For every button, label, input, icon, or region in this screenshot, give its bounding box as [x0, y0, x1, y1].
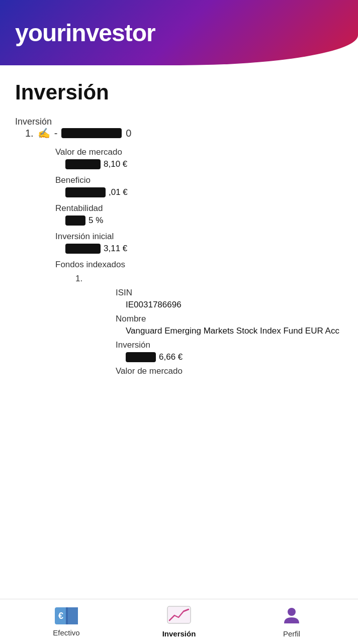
inversion-nav-icon: [166, 605, 192, 626]
nombre-label: Nombre: [116, 314, 343, 324]
valor-mercado-row: Valor de mercado 8,10 €: [55, 147, 343, 169]
fondos-section: Fondos indexados 1. ISIN IE0031786696 No…: [55, 260, 343, 376]
redacted-id: [61, 128, 122, 138]
fondo-inversion-label: Inversión: [116, 340, 343, 350]
nombre-value: Vanguard Emerging Markets Stock Index Fu…: [126, 326, 343, 336]
svg-rect-2: [66, 607, 68, 624]
fondos-list: 1. ISIN IE0031786696 Nombre Vanguard Eme…: [75, 274, 343, 376]
efectivo-nav-label: Efectivo: [53, 628, 79, 637]
fondo-inversion-redacted: [126, 352, 156, 362]
nav-item-perfil[interactable]: Perfil: [266, 605, 317, 638]
rentabilidad-label: Rentabilidad: [55, 203, 343, 213]
item-number: 1.: [25, 128, 34, 139]
valor-mercado-suffix: 8,10 €: [104, 159, 127, 169]
page-title: Inversión: [15, 80, 343, 104]
perfil-icon-svg: [282, 605, 301, 624]
beneficio-row: Beneficio ,01 €: [55, 175, 343, 197]
isin-label: ISIN: [116, 288, 343, 298]
detail-block: Valor de mercado 8,10 € Beneficio ,01 € …: [55, 147, 343, 376]
rentabilidad-redacted: [65, 216, 85, 226]
efectivo-icon: €: [54, 606, 79, 625]
dash-separator: -: [54, 128, 58, 139]
svg-rect-1: [67, 607, 78, 624]
inversion-inicial-row: Inversión inicial 3,11 €: [55, 232, 343, 254]
isin-value: IE0031786696: [126, 300, 343, 310]
rentabilidad-value: 5 %: [65, 216, 343, 226]
fondo-number: 1.: [75, 274, 343, 284]
svg-rect-4: [167, 606, 191, 623]
app-title: yourinvestor: [15, 19, 155, 47]
fondos-label: Fondos indexados: [55, 260, 343, 270]
id-suffix: 0: [126, 128, 131, 139]
app-header: yourinvestor: [0, 0, 358, 65]
rentabilidad-suffix: 5 %: [88, 216, 103, 226]
fondo-inversion-value: 6,66 €: [126, 352, 343, 362]
beneficio-label: Beneficio: [55, 175, 343, 185]
main-content: Inversión Inversión 1. ✍️ - 0 Valor de m…: [0, 65, 358, 437]
fondo-valor-mercado-row: Valor de mercado: [116, 366, 343, 376]
investment-item: 1. ✍️ - 0 Valor de mercado 8,10 € Benefi…: [25, 127, 343, 376]
rentabilidad-row: Rentabilidad 5 %: [55, 203, 343, 226]
beneficio-value: ,01 €: [65, 187, 343, 197]
nav-item-inversion[interactable]: Inversión: [154, 605, 204, 638]
perfil-nav-label: Perfil: [283, 629, 300, 638]
valor-mercado-label: Valor de mercado: [55, 147, 343, 157]
valor-mercado-value: 8,10 €: [65, 159, 343, 169]
section-label: Inversión: [15, 117, 52, 127]
fondo-inversion-suffix: 6,66 €: [159, 352, 183, 362]
beneficio-redacted: [65, 187, 106, 197]
nombre-row: Nombre Vanguard Emerging Markets Stock I…: [116, 314, 343, 336]
perfil-icon: [282, 605, 301, 626]
svg-point-6: [288, 608, 296, 616]
inversion-nav-label: Inversión: [162, 629, 196, 638]
valor-mercado-redacted: [65, 159, 101, 169]
efectivo-icon-svg: €: [54, 606, 79, 625]
inversion-inicial-suffix: 3,11 €: [104, 244, 127, 254]
fondo-valor-mercado-label: Valor de mercado: [116, 366, 343, 376]
bottom-navigation: € Efectivo Inversión Perfil: [0, 599, 358, 644]
inversion-inicial-value: 3,11 €: [65, 244, 343, 254]
inversion-inicial-redacted: [65, 244, 101, 254]
inversion-icon-svg: [166, 605, 192, 624]
isin-row: ISIN IE0031786696: [116, 288, 343, 310]
nav-item-efectivo[interactable]: € Efectivo: [41, 606, 92, 637]
investment-number-row: 1. ✍️ - 0: [25, 127, 343, 139]
edit-emoji: ✍️: [38, 127, 50, 139]
fondo-inversion-row: Inversión 6,66 €: [116, 340, 343, 362]
inversion-inicial-label: Inversión inicial: [55, 232, 343, 242]
beneficio-suffix: ,01 €: [109, 187, 128, 197]
svg-text:€: €: [58, 611, 63, 621]
